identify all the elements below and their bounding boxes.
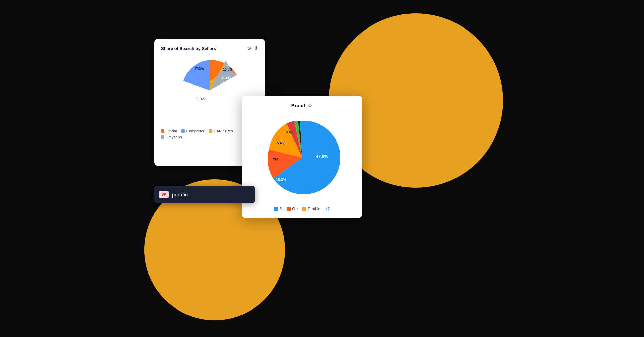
legend-dot-prothin	[302, 207, 306, 211]
svg-text:36.4%: 36.4%	[221, 76, 230, 80]
legend-dot-oarp	[209, 129, 212, 133]
sellers-pie-chart: 36.4% 10.5% 17.3% 35.6%	[176, 57, 243, 124]
svg-text:10.5%: 10.5%	[223, 68, 232, 71]
legend-prothin: Prothin	[302, 207, 320, 211]
svg-text:17.3%: 17.3%	[194, 67, 204, 71]
brand-pie-container: 47.8% 18.3% 7% 5.6% 5.6%	[248, 114, 356, 201]
search-text: protein	[172, 192, 188, 198]
legend-label-prothin: Prothin	[308, 207, 320, 211]
legend-more-link[interactable]: +7	[325, 207, 330, 211]
gear-icon[interactable]: ⚙	[247, 45, 251, 51]
legend-label-competitor: Competitor	[186, 129, 204, 133]
search-badge: SP	[159, 191, 169, 198]
legend-oarp: OARP (Res	[209, 129, 233, 133]
svg-text:35.6%: 35.6%	[197, 97, 206, 101]
legend-label-on: On	[292, 207, 298, 211]
scene: Share of Search by Sellers ⚙ ⬇ 36.4% 10.…	[0, 0, 644, 337]
sellers-card-actions: ⚙ ⬇	[247, 45, 258, 51]
sellers-card-title: Share of Search by Sellers	[161, 46, 216, 51]
legend-label-greyseller: Greyseller	[166, 135, 182, 139]
legend-greyseller: Greyseller	[161, 135, 182, 139]
brand-card-title: Brand	[291, 103, 305, 108]
svg-text:18.3%: 18.3%	[276, 178, 286, 182]
legend-on: On	[287, 207, 298, 211]
svg-text:7%: 7%	[273, 158, 278, 162]
legend-dot-greyseller	[161, 135, 164, 139]
sellers-card-header: Share of Search by Sellers ⚙ ⬇	[161, 45, 258, 51]
svg-text:47.8%: 47.8%	[316, 154, 328, 159]
search-bar[interactable]: SP protein	[154, 186, 255, 203]
legend-label-oarp: OARP (Res	[214, 129, 233, 133]
legend-label-s: S	[279, 207, 282, 211]
legend-dot-on	[287, 207, 291, 211]
brand-card-header: Brand ⚙	[248, 102, 356, 109]
legend-dot-s	[274, 207, 278, 211]
svg-text:5.6%: 5.6%	[286, 130, 294, 134]
legend-label-official: Official	[166, 129, 177, 133]
brand-pie-chart: 47.8% 18.3% 7% 5.6% 5.6%	[258, 114, 345, 201]
brand-card: Brand ⚙	[241, 96, 362, 218]
svg-text:5.6%: 5.6%	[277, 141, 285, 145]
legend-official: Official	[161, 129, 177, 133]
legend-dot-competitor	[181, 129, 185, 133]
legend-s: S	[274, 207, 282, 211]
brand-gear-icon[interactable]: ⚙	[308, 102, 312, 109]
download-icon[interactable]: ⬇	[254, 45, 258, 51]
legend-dot-official	[161, 129, 164, 133]
legend-competitor: Competitor	[181, 129, 204, 133]
brand-legend: S On Prothin +7	[248, 207, 356, 211]
